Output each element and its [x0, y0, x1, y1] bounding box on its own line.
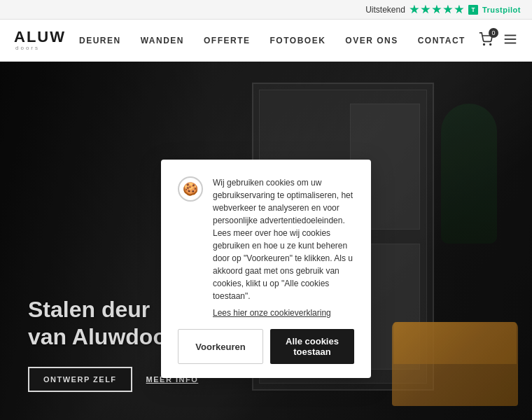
- nav-fotoboek[interactable]: FOTOBOEK: [270, 36, 326, 46]
- top-bar: Uitstekend T Trustpilot: [0, 0, 532, 20]
- star-4: [443, 5, 453, 15]
- svg-text:T: T: [471, 6, 475, 13]
- star-3: [432, 5, 442, 15]
- cookie-body-text: Wij gebruiken cookies om uw gebruikserva…: [213, 176, 354, 302]
- trustpilot-stars: [410, 5, 464, 15]
- nav-over-ons[interactable]: OVER ONS: [345, 36, 398, 46]
- preferences-button[interactable]: Voorkeuren: [178, 329, 263, 364]
- nav-deuren[interactable]: DEUREN: [79, 36, 121, 46]
- star-5: [454, 5, 464, 15]
- logo-sub: doors: [15, 45, 66, 51]
- star-1: [410, 5, 419, 15]
- cookie-buttons: Voorkeuren Alle cookies toestaan: [178, 329, 354, 364]
- site-logo[interactable]: ALUW doors: [14, 29, 66, 52]
- rating-label: Uitstekend: [365, 5, 405, 15]
- logo-text: ALUW: [14, 29, 66, 45]
- accept-all-button[interactable]: Alle cookies toestaan: [270, 329, 354, 364]
- cookie-overlay: 🍪 Wij gebruiken cookies om uw gebruikser…: [0, 62, 532, 420]
- main-nav: DEUREN WANDEN OFFERTE FOTOBOEK OVER ONS …: [79, 36, 465, 46]
- trustpilot-rating: Uitstekend T Trustpilot: [365, 5, 521, 15]
- cart-button[interactable]: 0: [479, 32, 493, 49]
- cart-badge: 0: [489, 28, 498, 38]
- trustpilot-logo-text: Trustpilot: [482, 6, 521, 14]
- nav-icons: 0: [479, 31, 518, 50]
- cookie-icon: 🍪: [178, 176, 203, 202]
- star-2: [421, 5, 430, 15]
- site-header: ALUW doors DEUREN WANDEN OFFERTE FOTOBOE…: [0, 20, 532, 62]
- trustpilot-icon: T: [468, 5, 478, 15]
- nav-offerte[interactable]: OFFERTE: [204, 36, 251, 46]
- cookie-modal: 🍪 Wij gebruiken cookies om uw gebruikser…: [161, 160, 371, 378]
- hamburger-menu[interactable]: [503, 31, 518, 50]
- svg-point-2: [484, 44, 485, 46]
- hero-section: Stalen deur van Aluwdoo ONTWERP ZELF MEE…: [0, 62, 532, 420]
- svg-point-3: [490, 44, 491, 46]
- cookie-header: 🍪 Wij gebruiken cookies om uw gebruikser…: [178, 176, 354, 318]
- nav-wanden[interactable]: WANDEN: [141, 36, 184, 46]
- nav-contact[interactable]: CONTACT: [418, 36, 465, 46]
- cookie-policy-link[interactable]: Lees hier onze cookieverklaring: [213, 308, 354, 318]
